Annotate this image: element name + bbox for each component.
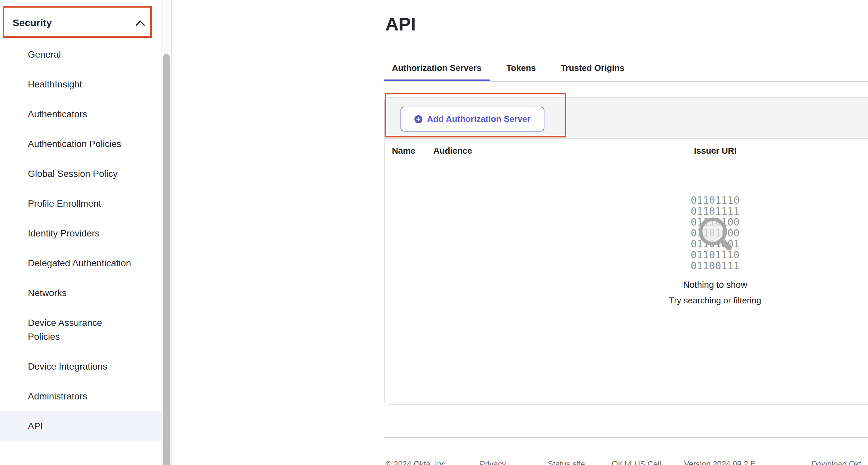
authorization-servers-panel: Add Authorization Server Name Audience I… [384,97,868,405]
main-content: API Authorization Servers Tokens Trusted… [172,0,868,465]
sidebar-item-networks[interactable]: Networks [0,278,161,308]
sidebar-item-device-assurance-policies[interactable]: Device Assurance Policies [0,308,161,352]
tab-tokens[interactable]: Tokens [498,60,544,82]
annotation-box-add-authorization-server [384,93,566,137]
sidebar-item-authentication-policies[interactable]: Authentication Policies [0,129,161,159]
binary-row: 01101000 [691,228,740,238]
empty-state-subtitle: Try searching or filtering [616,295,815,306]
footer-link-download[interactable]: Download Okt [811,459,861,465]
binary-row: 01110100 [691,217,740,228]
footer-divider [384,437,868,438]
sidebar-item-authenticators[interactable]: Authenticators [0,99,161,129]
empty-state-title: Nothing to show [616,280,815,290]
footer-copyright: © 2024 Okta, Inc. [385,459,447,465]
tab-trusted-origins[interactable]: Trusted Origins [552,60,632,82]
column-header-name: Name [392,139,415,163]
sidebar-item-device-integrations[interactable]: Device Integrations [0,352,161,381]
annotation-box-security [3,6,152,38]
tab-bar: Authorization Servers Tokens Trusted Ori… [383,60,641,82]
sidebar-item-general[interactable]: General [0,40,161,70]
sidebar-scrollbar-thumb[interactable] [163,54,170,465]
empty-state: 01101110 01101111 01110100 01101000 0110… [616,195,815,306]
column-header-issuer-uri: Issuer URI [694,139,737,163]
security-sidebar: Security General HealthInsight Authentic… [0,0,161,465]
table-header-row: Name Audience Issuer URI [384,139,868,163]
binary-row: 01101111 [691,206,740,217]
sidebar-item-profile-enrollment[interactable]: Profile Enrollment [0,189,161,219]
column-header-audience: Audience [433,139,472,163]
sidebar-item-api[interactable]: API [0,411,161,441]
tab-bar-divider [383,81,868,82]
binary-art: 01101110 01101111 01110100 01101000 0110… [691,195,740,271]
okta-admin-security-api-screen: Security General HealthInsight Authentic… [0,0,868,465]
footer-link-status-site[interactable]: Status site [548,459,585,465]
binary-row: 01101110 [691,195,740,206]
sidebar-nav: General HealthInsight Authenticators Aut… [0,40,161,441]
footer-cell-label: OK14 US Cell [612,459,661,465]
page-title: API [385,13,416,35]
sidebar-item-global-session-policy[interactable]: Global Session Policy [0,159,161,189]
binary-row: 01101110 [691,250,740,260]
table-body-empty: 01101110 01101111 01110100 01101000 0110… [384,163,868,404]
footer-link-privacy[interactable]: Privacy [480,459,506,465]
binary-row: 01101001 [691,238,740,250]
sidebar-item-administrators[interactable]: Administrators [0,381,161,411]
sidebar-item-delegated-authentication[interactable]: Delegated Authentication [0,248,161,278]
binary-row: 01100111 [691,260,740,271]
sidebar-item-identity-providers[interactable]: Identity Providers [0,219,161,248]
tab-authorization-servers[interactable]: Authorization Servers [383,60,490,82]
footer-version: Version 2024.09.2 E [684,459,755,465]
sidebar-item-healthinsight[interactable]: HealthInsight [0,70,161,99]
